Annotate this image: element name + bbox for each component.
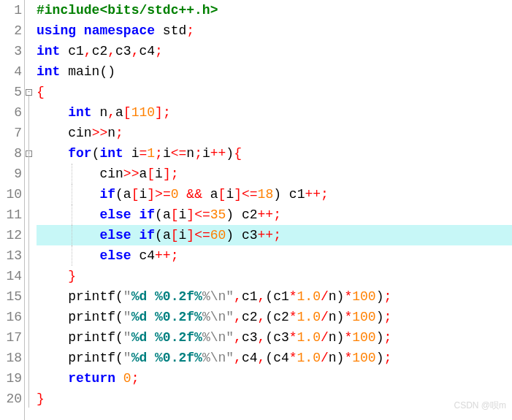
operator: >=: [155, 187, 171, 202]
operator: >>: [92, 126, 108, 140]
code-line[interactable]: return 0;: [37, 368, 512, 389]
operator: <=: [242, 187, 258, 202]
operator: ++: [258, 228, 274, 243]
operator: &&: [186, 187, 202, 202]
identifier: cin: [68, 126, 91, 140]
number: 60: [210, 228, 226, 243]
operator: ]: [163, 167, 171, 181]
number: 1.0: [297, 310, 321, 324]
number: 35: [210, 207, 226, 222]
operator: ,: [234, 310, 242, 324]
identifier: printf: [68, 330, 115, 345]
brace: }: [68, 269, 76, 283]
number: 100: [352, 351, 375, 365]
line-number: 6: [0, 102, 22, 123]
number: 0: [171, 187, 179, 202]
code-line[interactable]: else c4++;: [37, 245, 512, 266]
identifier: a: [163, 228, 171, 243]
identifier: c3: [234, 228, 257, 243]
code-area[interactable]: #include<bits/stdc++.h> using namespace …: [35, 0, 512, 420]
operator: <=: [194, 207, 210, 222]
code-line[interactable]: using namespace std;: [37, 20, 512, 41]
operator: =: [139, 146, 147, 161]
number: 100: [352, 289, 375, 304]
line-number: 2: [0, 20, 22, 41]
format: %0.2f%: [155, 351, 202, 365]
identifier: i: [179, 228, 187, 243]
code-line[interactable]: }: [37, 389, 512, 409]
operator: /: [321, 351, 329, 365]
string: %\n: [202, 330, 226, 345]
keyword: return: [68, 371, 115, 386]
identifier: std: [155, 23, 186, 38]
fold-column: - -: [25, 0, 35, 420]
code-line[interactable]: int main(): [37, 61, 512, 82]
keyword: for: [68, 146, 91, 161]
code-line[interactable]: #include<bits/stdc++.h>: [37, 0, 512, 20]
line-number: 14: [0, 266, 22, 286]
number: 0: [123, 371, 131, 386]
operator: ,: [234, 330, 242, 345]
code-line[interactable]: printf("%d %0.2f%%\n",c3,(c3*1.0/n)*100)…: [37, 327, 512, 348]
operator: <=: [171, 146, 187, 161]
identifier: n: [329, 310, 337, 324]
identifier: c1: [281, 187, 305, 202]
operator: ,: [84, 44, 92, 58]
operator: *: [289, 351, 297, 365]
operator: ;: [321, 187, 329, 202]
operator: /: [321, 330, 329, 345]
code-line[interactable]: {: [37, 82, 512, 102]
string: %\n: [202, 351, 226, 365]
identifier: c3: [242, 330, 258, 345]
code-line[interactable]: for(int i=1;i<=n;i++){: [37, 143, 512, 164]
identifier: i: [226, 187, 234, 202]
line-number: 5: [0, 82, 22, 102]
operator: ,: [107, 44, 115, 58]
identifier: n: [107, 126, 115, 140]
line-number: 8: [0, 143, 22, 164]
operator: /: [321, 310, 329, 324]
identifier: i: [123, 146, 140, 161]
code-line[interactable]: printf("%d %0.2f%%\n",c4,(c4*1.0/n)*100)…: [37, 348, 512, 368]
code-editor[interactable]: 1 2 3 4 5 6 7 8 9 10 11 12 13 14 15 16 1…: [0, 0, 512, 420]
code-line[interactable]: if(a[i]>=0 && a[i]<=18) c1++;: [37, 184, 512, 205]
code-line[interactable]: printf("%d %0.2f%%\n",c1,(c1*1.0/n)*100)…: [37, 286, 512, 307]
code-line[interactable]: else if(a[i]<=35) c2++;: [37, 205, 512, 225]
code-line[interactable]: cin>>n;: [37, 123, 512, 143]
number: 1.0: [297, 289, 321, 304]
code-line[interactable]: int n,a[110];: [37, 102, 512, 123]
string: ": [226, 310, 234, 324]
code-line[interactable]: int c1,c2,c3,c4;: [37, 41, 512, 61]
identifier: c3: [273, 330, 289, 345]
string: ": [226, 289, 234, 304]
code-line[interactable]: cin>>a[i];: [37, 164, 512, 184]
format: %d: [131, 289, 155, 304]
format: %d: [131, 310, 155, 324]
code-line[interactable]: printf("%d %0.2f%%\n",c2,(c2*1.0/n)*100)…: [37, 307, 512, 327]
operator: ;: [273, 228, 281, 243]
identifier: c2: [234, 207, 257, 222]
fold-toggle-icon[interactable]: -: [26, 89, 32, 96]
operator: *: [289, 310, 297, 324]
line-number: 3: [0, 41, 22, 61]
identifier: main: [60, 64, 99, 79]
operator: [: [147, 167, 155, 181]
operator: <=: [194, 228, 210, 243]
identifier: c1: [242, 289, 258, 304]
brace: }: [37, 392, 45, 406]
keyword: int: [37, 44, 60, 58]
operator: ,: [258, 289, 266, 304]
line-number: 15: [0, 286, 22, 307]
code-line-highlighted[interactable]: else if(a[i]<=60) c3++;: [37, 225, 512, 245]
number: 1.0: [297, 330, 321, 345]
line-number: 16: [0, 307, 22, 327]
brace: {: [234, 146, 242, 161]
number: 1.0: [297, 351, 321, 365]
operator: ,: [107, 105, 115, 120]
line-number: 1: [0, 0, 22, 20]
keyword: int: [37, 64, 60, 79]
operator: ;: [171, 167, 179, 181]
code-line[interactable]: }: [37, 266, 512, 286]
operator: ,: [234, 289, 242, 304]
identifier: a: [123, 187, 131, 202]
